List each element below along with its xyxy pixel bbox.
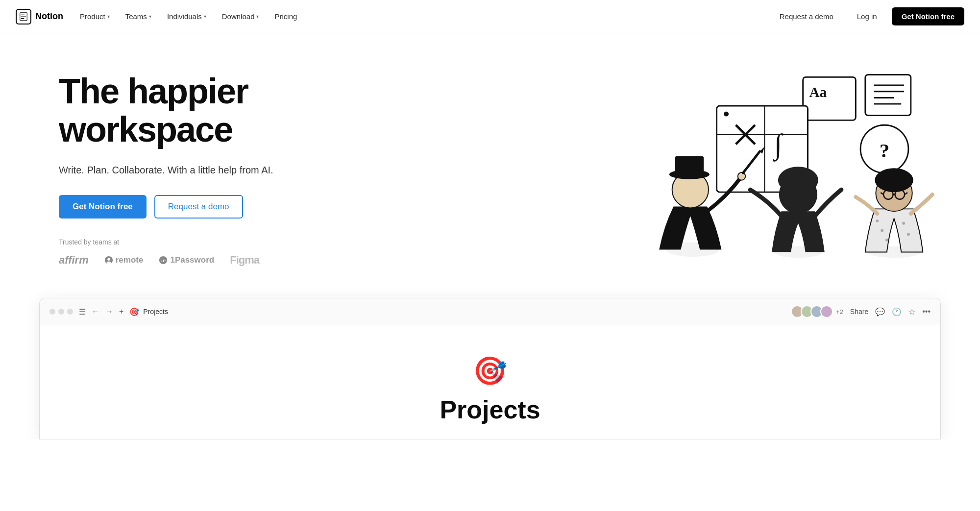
page-icon-small: 🎯 bbox=[129, 307, 139, 316]
svg-point-3 bbox=[106, 261, 111, 264]
nav-download[interactable]: Download ▾ bbox=[215, 8, 266, 24]
avatar-4 bbox=[820, 305, 833, 318]
trusted-logos: affirm remote 1P 1Password Figma bbox=[59, 254, 273, 267]
nav-pricing[interactable]: Pricing bbox=[268, 8, 304, 24]
navbar: Notion Product ▾ Teams ▾ Individuals ▾ D… bbox=[0, 0, 980, 33]
svg-point-36 bbox=[902, 222, 905, 225]
app-preview: ☰ ← → + 🎯 Projects +2 Share 💬 🕐 ☆ • bbox=[39, 298, 941, 439]
nav-product[interactable]: Product ▾ bbox=[73, 8, 117, 24]
app-toolbar: ☰ ← → + 🎯 Projects +2 Share 💬 🕐 ☆ • bbox=[40, 298, 940, 325]
window-dot-1 bbox=[49, 309, 55, 315]
svg-point-21 bbox=[724, 112, 729, 117]
svg-point-33 bbox=[876, 219, 879, 222]
hero-buttons: Get Notion free Request a demo bbox=[59, 195, 273, 219]
affirm-logo: affirm bbox=[59, 254, 89, 267]
nav-teams[interactable]: Teams ▾ bbox=[119, 8, 158, 24]
get-notion-free-button[interactable]: Get Notion free bbox=[59, 195, 147, 219]
svg-point-26 bbox=[738, 172, 746, 180]
svg-text:?: ? bbox=[880, 139, 890, 162]
svg-rect-8 bbox=[865, 74, 911, 115]
notion-logo[interactable]: Notion bbox=[16, 9, 63, 24]
toolbar-left: ☰ ← → + 🎯 Projects bbox=[49, 307, 168, 316]
svg-text:Aa: Aa bbox=[809, 84, 827, 100]
svg-point-2 bbox=[107, 258, 110, 260]
add-icon[interactable]: + bbox=[119, 307, 123, 316]
trusted-text: Trusted by teams at bbox=[59, 238, 273, 246]
star-icon[interactable]: ☆ bbox=[908, 307, 915, 316]
hero-subtitle: Write. Plan. Collaborate. With a little … bbox=[59, 163, 273, 177]
breadcrumb: 🎯 Projects bbox=[129, 307, 168, 316]
page-title: Projects bbox=[440, 395, 540, 424]
nav-individuals[interactable]: Individuals ▾ bbox=[160, 8, 213, 24]
svg-point-35 bbox=[885, 239, 888, 242]
nav-left: Notion Product ▾ Teams ▾ Individuals ▾ D… bbox=[16, 8, 304, 24]
request-demo-hero-button[interactable]: Request a demo bbox=[154, 195, 243, 219]
notion-logo-text: Notion bbox=[35, 11, 63, 22]
comment-icon[interactable]: 💬 bbox=[875, 307, 885, 316]
chevron-down-icon: ▾ bbox=[204, 14, 206, 19]
get-notion-free-button-nav[interactable]: Get Notion free bbox=[892, 7, 964, 25]
avatar-group: +2 bbox=[791, 305, 843, 318]
more-icon[interactable]: ••• bbox=[922, 307, 931, 316]
window-dots bbox=[49, 309, 73, 315]
login-button[interactable]: Log in bbox=[848, 8, 886, 24]
svg-point-34 bbox=[881, 229, 883, 232]
avatar-count: +2 bbox=[836, 308, 843, 316]
share-label: Share bbox=[850, 308, 868, 316]
svg-text:1P: 1P bbox=[161, 258, 166, 263]
figma-logo: Figma bbox=[230, 254, 259, 267]
share-button[interactable]: Share bbox=[850, 308, 868, 316]
back-icon[interactable]: ← bbox=[92, 307, 99, 316]
request-demo-button[interactable]: Request a demo bbox=[771, 8, 842, 24]
forward-icon[interactable]: → bbox=[105, 307, 113, 316]
window-dot-2 bbox=[58, 309, 64, 315]
chevron-down-icon: ▾ bbox=[256, 14, 259, 19]
chevron-down-icon: ▾ bbox=[107, 14, 110, 19]
onepassword-logo: 1P 1Password bbox=[159, 255, 214, 265]
window-dot-3 bbox=[67, 309, 73, 315]
hero-title: The happier workspace bbox=[59, 73, 273, 149]
hamburger-icon[interactable]: ☰ bbox=[79, 307, 86, 316]
remote-logo: remote bbox=[104, 255, 144, 265]
nav-right: Request a demo Log in Get Notion free bbox=[771, 7, 964, 25]
toolbar-right: +2 Share 💬 🕐 ☆ ••• bbox=[791, 305, 931, 318]
hero-left: The happier workspace Write. Plan. Colla… bbox=[59, 63, 273, 267]
svg-point-31 bbox=[778, 167, 818, 194]
chevron-down-icon: ▾ bbox=[149, 14, 151, 19]
app-content: 🎯 Projects bbox=[40, 325, 940, 439]
svg-point-37 bbox=[907, 233, 910, 236]
notion-logo-icon bbox=[16, 9, 31, 24]
hero-illustration: Aa ? ∫ bbox=[608, 63, 941, 283]
breadcrumb-label: Projects bbox=[143, 308, 168, 316]
history-icon[interactable]: 🕐 bbox=[892, 307, 902, 316]
page-emoji-icon: 🎯 bbox=[473, 355, 507, 387]
hero-section: The happier workspace Write. Plan. Colla… bbox=[0, 33, 980, 293]
svg-rect-25 bbox=[675, 156, 704, 175]
svg-point-39 bbox=[875, 168, 913, 192]
